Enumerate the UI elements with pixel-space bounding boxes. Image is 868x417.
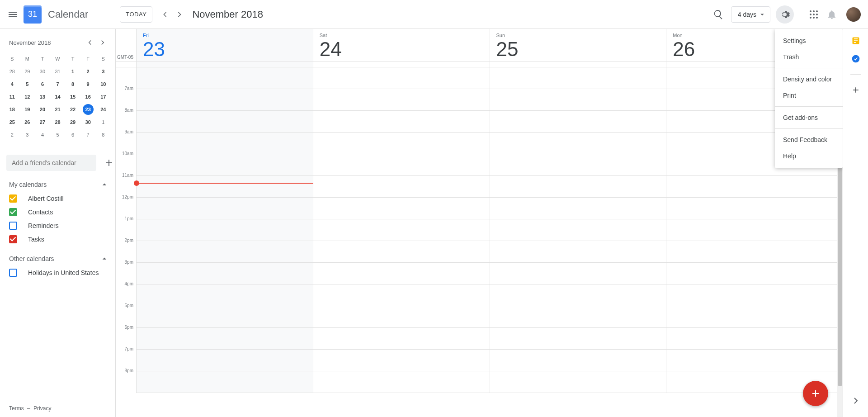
mini-next-button[interactable] [96,36,109,49]
terms-link[interactable]: Terms [9,405,24,412]
mini-day[interactable]: 4 [5,78,20,90]
day-header[interactable]: Fri23 [137,29,313,62]
time-cell[interactable] [490,263,666,284]
time-cell[interactable] [137,284,313,306]
time-grid[interactable]: 7am8am9am10am11am12pm1pm2pm3pm4pm5pm6pm7… [116,67,843,417]
time-cell[interactable] [313,198,490,219]
settings-menu-item[interactable]: Print [775,87,843,104]
today-button[interactable]: TODAY [120,6,152,23]
mini-day[interactable]: 11 [5,90,20,103]
mini-day[interactable]: 29 [65,116,80,128]
mini-day[interactable]: 27 [35,116,50,128]
calendar-item[interactable]: Contacts [0,205,115,219]
hamburger-icon[interactable] [4,5,22,24]
prev-period-button[interactable] [158,7,172,22]
logo[interactable]: 31 Calendar [24,5,88,24]
time-cell[interactable] [490,219,666,241]
time-cell[interactable] [666,284,843,306]
time-cell[interactable] [666,176,843,198]
mini-day[interactable]: 2 [5,128,20,141]
time-cell[interactable] [137,219,313,241]
mini-day[interactable]: 28 [5,65,20,78]
settings-menu-item[interactable]: Help [775,148,843,164]
mini-day[interactable]: 6 [35,78,50,90]
time-cell[interactable] [666,328,843,350]
mini-day[interactable]: 25 [5,116,20,128]
mini-day[interactable]: 28 [50,116,66,128]
mini-day[interactable]: 7 [50,78,66,90]
mini-day[interactable]: 18 [5,103,20,116]
mini-day[interactable]: 9 [80,78,96,90]
time-cell[interactable] [666,306,843,328]
settings-menu-item[interactable]: Get add-ons [775,109,843,126]
apps-icon[interactable] [805,5,823,24]
search-icon[interactable] [709,5,727,24]
time-cell[interactable] [137,241,313,263]
mini-day[interactable]: 10 [95,78,111,90]
view-picker[interactable]: 4 days [731,6,770,23]
mini-day[interactable]: 31 [50,65,66,78]
mini-day[interactable]: 2 [80,65,96,78]
time-cell[interactable] [490,176,666,198]
mini-day[interactable]: 26 [20,116,35,128]
time-cell[interactable] [313,154,490,176]
time-cell[interactable] [666,350,843,371]
mini-day[interactable]: 8 [65,78,80,90]
mini-day[interactable]: 29 [20,65,35,78]
mini-day[interactable]: 6 [65,128,80,141]
time-cell[interactable] [313,306,490,328]
mini-day[interactable]: 17 [95,90,111,103]
time-cell[interactable] [666,219,843,241]
calendar-item[interactable]: Albert Costill [0,192,115,205]
other-calendars-header[interactable]: Other calendars [0,246,115,266]
time-cell[interactable] [137,154,313,176]
create-event-fab[interactable] [803,381,828,406]
mini-day[interactable]: 24 [95,103,111,116]
allday-cell[interactable] [490,62,666,67]
time-cell[interactable] [490,89,666,111]
mini-day[interactable]: 4 [35,128,50,141]
mini-day[interactable]: 21 [50,103,66,116]
time-cell[interactable] [137,371,313,393]
time-cell[interactable] [490,111,666,133]
mini-day[interactable]: 3 [95,65,111,78]
keep-icon[interactable] [851,36,860,45]
mini-day[interactable]: 1 [65,65,80,78]
time-cell[interactable] [313,284,490,306]
time-cell[interactable] [137,350,313,371]
mini-day[interactable]: 3 [20,128,35,141]
calendar-item[interactable]: Reminders [0,219,115,232]
add-friend-input[interactable] [6,155,96,171]
time-cell[interactable] [137,89,313,111]
calendar-checkbox[interactable] [9,269,17,277]
time-cell[interactable] [490,284,666,306]
mini-day[interactable]: 5 [20,78,35,90]
time-cell[interactable] [666,198,843,219]
calendar-item[interactable]: Tasks [0,232,115,246]
time-cell[interactable] [490,371,666,393]
mini-day[interactable]: 20 [35,103,50,116]
time-cell[interactable] [490,133,666,154]
time-cell[interactable] [666,241,843,263]
time-cell[interactable] [137,263,313,284]
mini-day[interactable]: 15 [65,90,80,103]
time-cell[interactable] [313,350,490,371]
settings-menu-item[interactable]: Settings [775,33,843,49]
time-cell[interactable] [666,263,843,284]
time-cell[interactable] [313,111,490,133]
mini-day-today[interactable]: 23 [83,104,94,115]
mini-day[interactable]: 16 [80,90,96,103]
day-header[interactable]: Sun25 [490,29,666,62]
time-cell[interactable] [490,241,666,263]
time-cell[interactable] [137,111,313,133]
time-cell[interactable] [490,306,666,328]
time-cell[interactable] [490,67,666,89]
time-cell[interactable] [313,219,490,241]
mini-day[interactable]: 8 [95,128,111,141]
time-cell[interactable] [490,154,666,176]
mini-day[interactable]: 22 [65,103,80,116]
time-cell[interactable] [313,328,490,350]
add-friend-plus-button[interactable] [100,154,116,172]
privacy-link[interactable]: Privacy [33,405,51,412]
mini-day[interactable]: 14 [50,90,66,103]
